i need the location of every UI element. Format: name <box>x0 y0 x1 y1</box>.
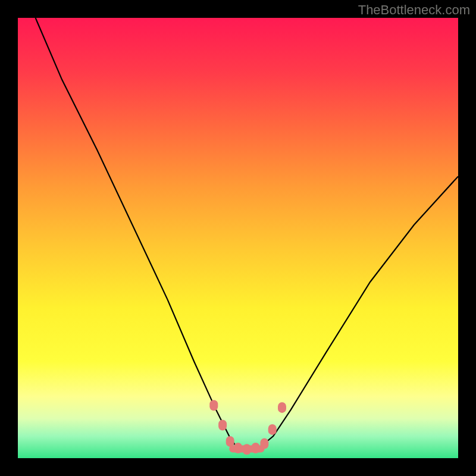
curve-marker <box>218 420 227 431</box>
curve-layer <box>18 18 458 458</box>
curve-flat-segment <box>229 446 264 453</box>
curve-marker <box>278 402 286 413</box>
curve-marker <box>209 400 218 411</box>
curve-marker <box>226 436 234 447</box>
watermark-text: TheBottleneck.com <box>358 2 470 18</box>
bottleneck-curve <box>36 18 458 452</box>
chart-frame: TheBottleneck.com <box>0 0 476 476</box>
curve-marker <box>268 424 277 435</box>
